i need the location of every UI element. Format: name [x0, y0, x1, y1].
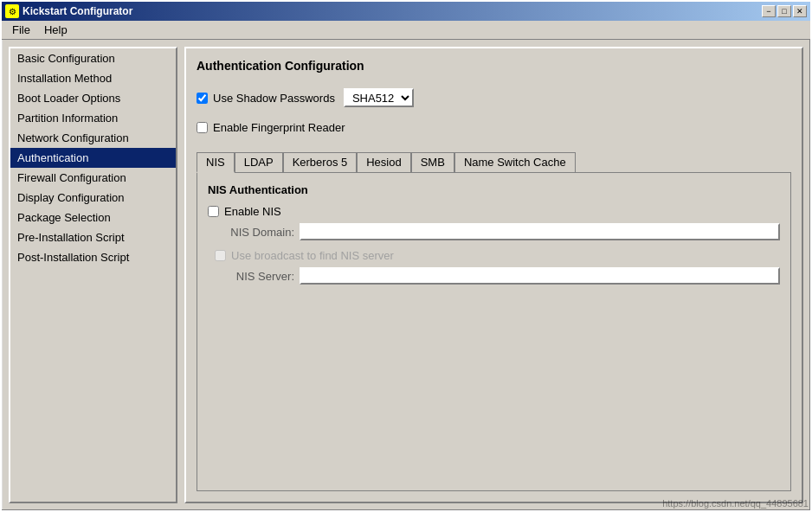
broadcast-label: Use broadcast to find NIS server: [231, 249, 394, 262]
main-window: ⚙ Kickstart Configurator − □ ✕ File Help…: [0, 0, 812, 512]
sidebar-item-installation-method[interactable]: Installation Method: [10, 68, 176, 88]
shadow-passwords-checkbox[interactable]: [197, 93, 208, 104]
nis-server-label: NIS Server:: [208, 270, 294, 283]
nis-tab-content: NIS Authentication Enable NIS NIS Domain…: [197, 172, 791, 491]
close-button[interactable]: ✕: [793, 5, 807, 17]
sidebar: Basic Configuration Installation Method …: [9, 47, 177, 503]
shadow-passwords-row: Use Shadow Passwords SHA512 SHA256 MD5: [197, 88, 791, 107]
shadow-passwords-label: Use Shadow Passwords: [213, 92, 335, 105]
nis-domain-label: NIS Domain:: [208, 226, 294, 239]
tab-nis[interactable]: NIS: [197, 152, 235, 173]
minimize-button[interactable]: −: [762, 5, 776, 17]
main-panel: Authentication Configuration Use Shadow …: [184, 47, 803, 503]
nis-domain-input[interactable]: [300, 223, 780, 240]
tabs-row: NIS LDAP Kerberos 5 Hesiod SMB Name Swit…: [197, 151, 791, 172]
tab-name-switch-cache[interactable]: Name Switch Cache: [454, 152, 576, 173]
sidebar-item-partition-information[interactable]: Partition Information: [10, 108, 176, 128]
fingerprint-label: Enable Fingerprint Reader: [213, 121, 345, 134]
sidebar-item-pre-installation-script[interactable]: Pre-Installation Script: [10, 227, 176, 247]
enable-nis-row: Enable NIS: [208, 205, 780, 218]
nis-domain-row: NIS Domain:: [208, 223, 780, 240]
sidebar-item-post-installation-script[interactable]: Post-Installation Script: [10, 247, 176, 267]
title-bar-left: ⚙ Kickstart Configurator: [5, 4, 132, 18]
nis-section-title: NIS Authentication: [208, 183, 780, 196]
nis-server-input[interactable]: [300, 267, 780, 285]
fingerprint-row: Enable Fingerprint Reader: [197, 121, 791, 134]
sidebar-item-authentication[interactable]: Authentication: [10, 148, 176, 168]
app-icon: ⚙: [5, 4, 19, 18]
sidebar-item-firewall-configuration[interactable]: Firewall Configuration: [10, 168, 176, 188]
nis-server-row: NIS Server:: [208, 267, 780, 285]
maximize-button[interactable]: □: [777, 5, 791, 17]
sidebar-item-network-configuration[interactable]: Network Configuration: [10, 128, 176, 148]
title-bar-buttons: − □ ✕: [762, 5, 807, 17]
sidebar-item-boot-loader-options[interactable]: Boot Loader Options: [10, 88, 176, 108]
sidebar-item-package-selection[interactable]: Package Selection: [10, 208, 176, 227]
sidebar-item-basic-configuration[interactable]: Basic Configuration: [10, 48, 176, 68]
window-title: Kickstart Configurator: [23, 5, 132, 17]
title-bar: ⚙ Kickstart Configurator − □ ✕: [2, 2, 810, 21]
content-area: Basic Configuration Installation Method …: [2, 40, 810, 510]
enable-nis-label: Enable NIS: [224, 205, 281, 218]
broadcast-checkbox[interactable]: [215, 250, 226, 261]
tab-kerberos5[interactable]: Kerberos 5: [283, 152, 358, 173]
menu-file[interactable]: File: [5, 22, 37, 38]
sha-select-wrap: SHA512 SHA256 MD5: [344, 88, 414, 107]
menu-help[interactable]: Help: [37, 22, 74, 38]
sidebar-item-display-configuration[interactable]: Display Configuration: [10, 188, 176, 208]
tabs-container: NIS LDAP Kerberos 5 Hesiod SMB Name Swit…: [197, 148, 791, 491]
enable-nis-checkbox[interactable]: [208, 206, 219, 217]
broadcast-row: Use broadcast to find NIS server: [215, 249, 780, 262]
tab-hesiod[interactable]: Hesiod: [357, 152, 410, 173]
fingerprint-checkbox[interactable]: [197, 122, 208, 133]
menu-bar: File Help: [2, 21, 810, 40]
sha-algorithm-select[interactable]: SHA512 SHA256 MD5: [344, 88, 414, 107]
tab-ldap[interactable]: LDAP: [235, 152, 283, 173]
watermark: https://blog.csdn.net/qq_44895681: [662, 498, 809, 509]
panel-title: Authentication Configuration: [197, 59, 791, 73]
tab-smb[interactable]: SMB: [411, 152, 454, 173]
